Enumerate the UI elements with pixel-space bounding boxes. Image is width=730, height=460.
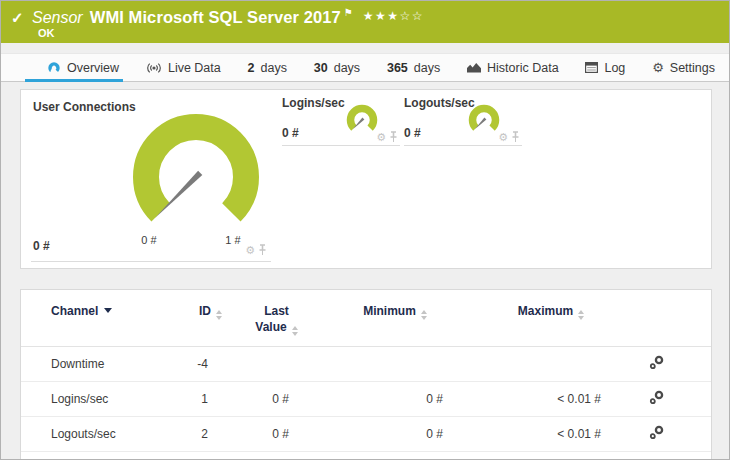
channel-id: -4 xyxy=(186,346,234,381)
gear-icon[interactable]: ⚙ xyxy=(245,245,255,256)
table-header-row: Channel ID Last Value Minimum Maximum xyxy=(21,302,711,346)
pin-icon[interactable] xyxy=(258,244,267,256)
column-header-minimum[interactable]: Minimum xyxy=(319,302,471,346)
gauge-title: User Connections xyxy=(33,100,136,114)
sensor-status-header: ✓ SensorWMI Microsoft SQL Server 2017⚑★★… xyxy=(1,1,729,43)
channel-minimum: 0 # xyxy=(319,451,471,460)
sensor-title-line: SensorWMI Microsoft SQL Server 2017⚑★★★☆… xyxy=(32,7,424,27)
tab-365-days[interactable]: 365 days xyxy=(387,61,440,75)
tab-live-data[interactable]: Live Data xyxy=(146,61,221,75)
gauge-title: Logins/sec xyxy=(282,96,345,110)
tab-settings[interactable]: ⚙ Settings xyxy=(652,61,715,75)
area-chart-icon xyxy=(467,62,481,73)
channel-name: Logins/sec xyxy=(21,381,186,416)
gauge-scale-max: 1 # xyxy=(225,234,240,246)
gauge-current-value: 0 # xyxy=(404,126,421,140)
channel-name: User Connections xyxy=(21,451,186,460)
channel-id: 0 xyxy=(186,451,234,460)
channel-last-value: 0 # xyxy=(234,381,319,416)
logouts-gauge-widget: Logouts/sec 0 # ⚙ xyxy=(404,96,522,146)
channel-last-value xyxy=(234,346,319,381)
gauge-scale-min: 0 # xyxy=(141,234,156,246)
gear-icon: ⚙ xyxy=(652,61,664,74)
gear-icon[interactable]: ⚙ xyxy=(498,132,508,143)
channel-maximum: < 0.01 # xyxy=(471,416,631,451)
channel-name: Downtime xyxy=(21,346,186,381)
channel-last-value: 0 # xyxy=(234,451,319,460)
logins-gauge xyxy=(342,104,382,134)
channels-table: Channel ID Last Value Minimum Maximum xyxy=(21,302,711,460)
tab-label: Log xyxy=(604,61,625,75)
tab-number: 365 xyxy=(387,61,408,75)
tab-number: 30 xyxy=(314,61,328,75)
channel-settings-icon[interactable] xyxy=(649,355,665,370)
pin-icon[interactable] xyxy=(511,131,520,143)
user-connections-gauge xyxy=(126,113,266,227)
channel-settings-icon[interactable] xyxy=(649,390,665,405)
channel-last-value: 0 # xyxy=(234,416,319,451)
table-row-logouts: Logouts/sec 2 0 # 0 # < 0.01 # xyxy=(21,416,711,451)
tab-label: days xyxy=(414,61,440,75)
column-header-id[interactable]: ID xyxy=(186,302,234,346)
user-connections-gauge-widget: User Connections 0 # 1 # 0 # ⚙ xyxy=(31,96,271,262)
channel-name: Logouts/sec xyxy=(21,416,186,451)
tab-label: Live Data xyxy=(168,61,221,75)
tab-30-days[interactable]: 30 days xyxy=(314,61,360,75)
column-header-actions xyxy=(631,302,711,346)
logins-gauge-widget: Logins/sec 0 # ⚙ xyxy=(282,96,400,146)
broadcast-icon xyxy=(146,62,162,74)
gear-icon[interactable]: ⚙ xyxy=(376,132,386,143)
object-kind-label: Sensor xyxy=(32,9,83,26)
log-icon xyxy=(585,62,598,73)
channel-settings-icon[interactable] xyxy=(649,425,665,440)
table-row-logins: Logins/sec 1 0 # 0 # < 0.01 # xyxy=(21,381,711,416)
overview-gauges-panel: User Connections 0 # 1 # 0 # ⚙ Logins/se xyxy=(20,89,712,269)
channels-table-panel: Channel ID Last Value Minimum Maximum xyxy=(20,289,712,460)
table-row-downtime: Downtime -4 xyxy=(21,346,711,381)
channel-maximum: 0 # xyxy=(471,451,631,460)
status-badge: OK xyxy=(38,27,55,39)
sort-icon xyxy=(578,310,584,320)
table-row-user-connections: User Connections 0 0 # 0 # 0 # xyxy=(21,451,711,460)
column-header-maximum[interactable]: Maximum xyxy=(471,302,631,346)
sort-icon xyxy=(292,326,298,336)
channel-maximum: < 0.01 # xyxy=(471,381,631,416)
column-header-channel[interactable]: Channel xyxy=(21,302,186,346)
channel-minimum: 0 # xyxy=(319,416,471,451)
channel-id: 1 xyxy=(186,381,234,416)
tab-label: Settings xyxy=(670,61,715,75)
active-tab-indicator xyxy=(25,79,123,82)
ok-check-icon: ✓ xyxy=(11,9,24,27)
widget-corner-icons: ⚙ xyxy=(498,131,520,143)
prtg-sensor-page: ✓ SensorWMI Microsoft SQL Server 2017⚑★★… xyxy=(0,0,730,460)
tab-log[interactable]: Log xyxy=(585,61,625,75)
sort-icon xyxy=(421,310,427,320)
tab-historic-data[interactable]: Historic Data xyxy=(467,61,559,75)
sort-desc-icon xyxy=(104,308,112,313)
tab-label: Historic Data xyxy=(487,61,559,75)
logouts-gauge xyxy=(464,104,504,134)
widget-corner-icons: ⚙ xyxy=(376,131,398,143)
pin-icon[interactable] xyxy=(389,131,398,143)
channel-minimum xyxy=(319,346,471,381)
widget-corner-icons: ⚙ xyxy=(245,244,267,256)
flag-marker-icon[interactable]: ⚑ xyxy=(344,7,353,18)
gauge-current-value: 0 # xyxy=(282,126,299,140)
tab-bar: Overview Live Data 2 days 30 days xyxy=(1,53,729,82)
tab-label: Overview xyxy=(67,61,119,75)
channel-id: 2 xyxy=(186,416,234,451)
channel-minimum: 0 # xyxy=(319,381,471,416)
tab-label: days xyxy=(261,61,287,75)
sort-icon xyxy=(216,310,222,320)
tab-label: days xyxy=(334,61,360,75)
column-header-last-value[interactable]: Last Value xyxy=(234,302,319,346)
gauge-icon xyxy=(47,62,61,74)
tab-number: 2 xyxy=(248,61,255,75)
channel-maximum xyxy=(471,346,631,381)
page-title: WMI Microsoft SQL Server 2017 xyxy=(90,8,341,26)
priority-stars[interactable]: ★★★☆☆ xyxy=(363,9,424,23)
tab-2-days[interactable]: 2 days xyxy=(248,61,287,75)
tab-overview[interactable]: Overview xyxy=(47,61,119,75)
gauge-current-value: 0 # xyxy=(33,239,50,253)
